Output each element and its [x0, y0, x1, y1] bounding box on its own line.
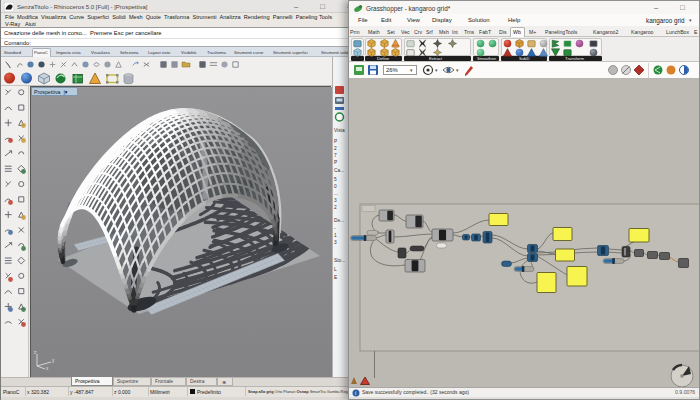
svg-text:x: x [46, 366, 49, 370]
svg-text:y: y [52, 358, 55, 363]
svg-text:z: z [34, 350, 37, 355]
